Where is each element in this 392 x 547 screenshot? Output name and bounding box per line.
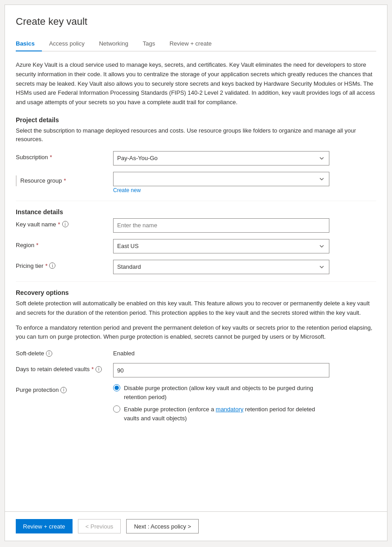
- recovery-options-title: Recovery options: [16, 289, 376, 296]
- pricing-tier-label: Pricing tier * i: [16, 260, 106, 269]
- divider-2: [16, 281, 376, 282]
- tab-review-create[interactable]: Review + create: [162, 37, 219, 51]
- tab-networking[interactable]: Networking: [92, 37, 136, 51]
- subscription-select[interactable]: Pay-As-You-Go: [113, 151, 329, 165]
- resource-group-control: Create new: [113, 172, 329, 193]
- region-label: Region *: [16, 239, 106, 248]
- key-vault-name-input[interactable]: [113, 218, 329, 233]
- purge-radio-disable[interactable]: [113, 384, 120, 391]
- region-control: East US: [113, 239, 329, 253]
- resource-group-required: *: [64, 177, 66, 184]
- purge-protection-desc: To enforce a mandatory retention period …: [16, 323, 376, 342]
- days-retain-control: [113, 363, 329, 377]
- create-key-vault-page: Create key vault Basics Access policy Ne…: [5, 5, 387, 541]
- tab-basics[interactable]: Basics: [16, 37, 42, 51]
- indent-line: [16, 175, 17, 186]
- purge-option-disable-label: Disable purge protection (allow key vaul…: [124, 384, 329, 401]
- bottom-spacer: [16, 429, 376, 447]
- key-vault-name-row: Key vault name * i: [16, 218, 376, 233]
- tab-bar: Basics Access policy Networking Tags Rev…: [16, 37, 376, 51]
- resource-group-label-area: Resource group *: [16, 172, 106, 186]
- purge-protection-info-icon: i: [60, 387, 67, 393]
- create-new-link[interactable]: Create new: [113, 187, 329, 193]
- divider-1: [16, 201, 376, 201]
- review-create-button[interactable]: Review + create: [16, 519, 73, 533]
- purge-radio-enable[interactable]: [113, 405, 120, 413]
- project-details-subtitle: Select the subscription to manage deploy…: [16, 126, 376, 144]
- resource-group-row: Resource group * Create new: [16, 172, 376, 193]
- pricing-tier-info-icon: i: [49, 262, 55, 269]
- project-details-title: Project details: [16, 116, 376, 124]
- subscription-required: *: [50, 154, 52, 161]
- region-required: *: [36, 242, 38, 248]
- subscription-label: Subscription *: [16, 151, 106, 161]
- key-vault-name-control: [113, 218, 329, 233]
- key-vault-name-required: *: [58, 221, 60, 228]
- purge-option-enable[interactable]: Enable purge protection (enforce a manda…: [113, 405, 329, 423]
- key-vault-name-label: Key vault name * i: [16, 218, 106, 228]
- pricing-tier-select[interactable]: Standard: [113, 260, 329, 274]
- days-retain-label: Days to retain deleted vaults * i: [16, 363, 106, 372]
- soft-delete-row: Soft-delete i Enabled: [16, 347, 376, 357]
- pricing-tier-row: Pricing tier * i Standard: [16, 260, 376, 274]
- purge-option-enable-label: Enable purge protection (enforce a manda…: [124, 405, 329, 423]
- purge-protection-options: Disable purge protection (allow key vaul…: [113, 384, 329, 423]
- soft-delete-value: Enabled: [113, 347, 135, 357]
- days-retain-row: Days to retain deleted vaults * i: [16, 363, 376, 377]
- tab-tags[interactable]: Tags: [136, 37, 162, 51]
- mandatory-link[interactable]: mandatory: [216, 406, 243, 413]
- key-vault-name-info-icon: i: [62, 221, 68, 227]
- days-retain-required: *: [91, 366, 94, 372]
- purge-protection-row: Purge protection i Disable purge protect…: [16, 384, 376, 423]
- days-retain-info-icon: i: [96, 366, 102, 372]
- instance-details-title: Instance details: [16, 208, 376, 216]
- soft-delete-desc: Soft delete protection will automaticall…: [16, 299, 376, 318]
- next-button[interactable]: Next : Access policy >: [126, 519, 199, 533]
- description-text: Azure Key Vault is a cloud service used …: [16, 60, 376, 107]
- days-retain-input[interactable]: [113, 363, 329, 377]
- purge-option-disable[interactable]: Disable purge protection (allow key vaul…: [113, 384, 329, 401]
- page-title: Create key vault: [16, 16, 376, 28]
- previous-button[interactable]: < Previous: [78, 519, 121, 533]
- region-select[interactable]: East US: [113, 239, 329, 253]
- subscription-control: Pay-As-You-Go: [113, 151, 329, 165]
- region-row: Region * East US: [16, 239, 376, 253]
- soft-delete-info-icon: i: [46, 350, 52, 357]
- pricing-tier-control: Standard: [113, 260, 329, 274]
- tab-access-policy[interactable]: Access policy: [42, 37, 92, 51]
- pricing-tier-required: *: [45, 262, 47, 269]
- soft-delete-label: Soft-delete i: [16, 347, 106, 357]
- footer-bar: Review + create < Previous Next : Access…: [5, 511, 387, 541]
- subscription-row: Subscription * Pay-As-You-Go: [16, 151, 376, 165]
- purge-protection-label: Purge protection i: [16, 384, 106, 393]
- resource-group-label: Resource group *: [20, 175, 66, 184]
- resource-group-select[interactable]: [113, 172, 329, 186]
